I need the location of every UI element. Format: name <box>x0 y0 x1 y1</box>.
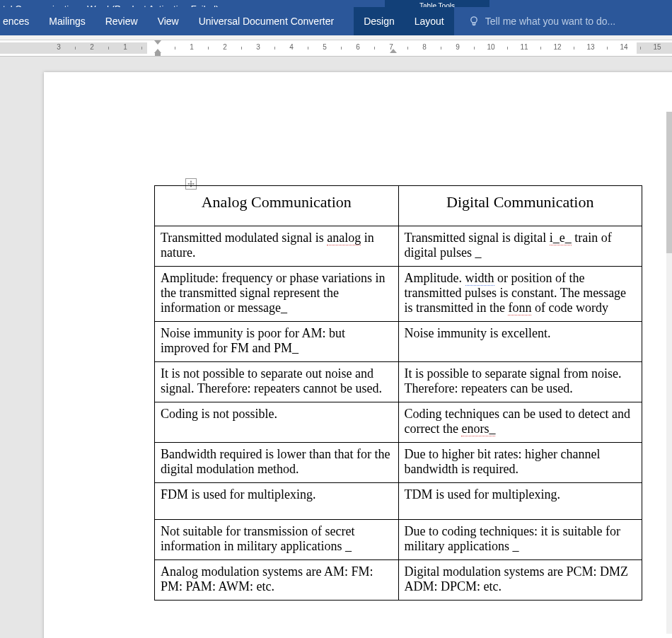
ruler-tick <box>640 47 641 50</box>
ruler-tick <box>441 47 441 50</box>
cell-digital[interactable]: It is possible to separate signal from n… <box>398 362 642 402</box>
ruler-tick <box>175 47 175 50</box>
contextual-tabs: Design Layout <box>354 7 454 35</box>
ruler-tick <box>474 47 475 50</box>
cell-text: Transmitted signal is digital <box>405 231 550 245</box>
tab-universal-document-converter[interactable]: Universal Document Converter <box>189 7 344 35</box>
document-surface[interactable]: Analog Communication Digital Communicati… <box>0 57 672 638</box>
ruler-num: 4 <box>289 43 294 51</box>
cell-digital[interactable]: Coding techniques can be used to detect … <box>398 402 642 443</box>
table-row: Bandwidth required is lower than that fo… <box>155 443 642 483</box>
ruler-num: 3 <box>256 43 260 51</box>
cell-analog[interactable]: Amplitude: frequency or phase variations… <box>155 267 399 322</box>
tab-mailings[interactable]: Mailings <box>39 7 95 35</box>
table-row: Noise immunity is poor for AM: but impro… <box>155 322 642 362</box>
cell-analog[interactable]: Bandwidth required is lower than that fo… <box>155 443 399 483</box>
ruler-num: 2 <box>90 43 94 51</box>
table-row: FDM is used for multiplexing. TDM is use… <box>155 483 642 520</box>
header-digital[interactable]: Digital Communication <box>398 186 642 226</box>
ruler-num: 12 <box>553 43 561 51</box>
ruler-num: 11 <box>520 43 528 51</box>
ruler-tick <box>75 47 76 50</box>
ruler-tick <box>407 47 408 50</box>
tab-table-layout[interactable]: Layout <box>405 7 454 35</box>
ruler-tick <box>274 47 275 50</box>
spellcheck-error: enors_ <box>461 422 495 436</box>
tab-review[interactable]: Review <box>95 7 148 35</box>
ruler-num: 6 <box>356 43 360 51</box>
contextual-tab-group: Table Tools <box>385 0 489 7</box>
title-bar: tal Communication - Word (Product Activa… <box>0 0 672 7</box>
cell-digital[interactable]: Due to higher bit rates: higher channel … <box>398 443 642 483</box>
cell-analog[interactable]: It is not possible to separate out noise… <box>155 362 399 402</box>
ribbon-tabs: ences Mailings Review View Universal Doc… <box>0 7 672 35</box>
header-analog[interactable]: Analog Communication <box>155 186 399 226</box>
svg-rect-1 <box>473 23 475 25</box>
cell-analog[interactable]: Not suitable for transmission of secret … <box>155 520 399 560</box>
cell-analog[interactable]: Transmitted modulated signal is analog i… <box>155 226 399 267</box>
ruler-num: 1 <box>123 43 127 51</box>
ruler-tick <box>507 47 508 50</box>
ruler-num: 14 <box>620 43 627 51</box>
cell-digital[interactable]: TDM is used for multiplexing. <box>398 483 642 520</box>
ruler-body-right-col <box>396 42 637 54</box>
hanging-indent-marker[interactable] <box>158 49 161 56</box>
word-window: tal Communication - Word (Product Activa… <box>0 0 672 638</box>
horizontal-ruler[interactable]: 3 2 1 1 2 3 4 5 6 7 8 9 10 11 12 13 14 1… <box>0 40 672 57</box>
ruler-num: 2 <box>223 43 227 51</box>
ruler-num: 3 <box>57 43 61 51</box>
ruler-tick <box>540 47 541 50</box>
cell-analog[interactable]: Coding is not possible. <box>155 402 399 443</box>
spellcheck-error: analog <box>327 231 361 245</box>
ruler-tick <box>208 47 209 50</box>
cell-text: Amplitude. <box>405 271 465 285</box>
tab-table-design[interactable]: Design <box>354 7 405 35</box>
comparison-table[interactable]: Analog Communication Digital Communicati… <box>154 185 642 601</box>
lightbulb-icon <box>468 16 480 27</box>
ruler-tick <box>374 47 375 50</box>
ruler-tick <box>574 47 574 50</box>
svg-point-0 <box>471 17 477 23</box>
table-row: Coding is not possible. Coding technique… <box>155 402 642 443</box>
cell-digital[interactable]: Transmitted signal is digital i_e_ train… <box>398 226 642 267</box>
ruler-tick <box>341 47 342 50</box>
ruler-num: 1 <box>190 43 194 51</box>
cell-digital[interactable]: Amplitude. width or position of the tran… <box>398 267 642 322</box>
cell-analog[interactable]: Noise immunity is poor for AM: but impro… <box>155 322 399 362</box>
cell-digital[interactable]: Due to coding techniques: it is suitable… <box>398 520 642 560</box>
spellcheck-error: i_e_ <box>550 231 572 245</box>
right-indent-marker[interactable] <box>393 49 397 53</box>
grammar-error: width <box>465 271 494 286</box>
cell-analog[interactable]: FDM is used for multiplexing. <box>155 483 399 520</box>
tab-references[interactable]: ences <box>0 7 39 35</box>
cell-text: Transmitted modulated signal is <box>161 231 327 245</box>
ruler-tick <box>108 47 109 50</box>
ruler-num: 15 <box>653 43 661 51</box>
ruler-tick <box>141 47 142 50</box>
page[interactable]: Analog Communication Digital Communicati… <box>44 72 672 638</box>
ruler-num: 13 <box>586 43 594 51</box>
cell-analog[interactable]: Analog modulation systems are AM: FM: PM… <box>155 560 399 601</box>
ruler-num: 5 <box>323 43 327 51</box>
first-line-indent-marker[interactable] <box>158 40 161 45</box>
ruler-num: 9 <box>456 43 460 51</box>
vertical-scrollbar[interactable] <box>665 112 672 634</box>
cell-digital[interactable]: Noise immunity is excellent. <box>398 322 642 362</box>
cell-digital[interactable]: Digital modulation systems are PCM: DMZ … <box>398 560 642 601</box>
scrollbar-thumb[interactable] <box>666 112 672 253</box>
table-row: It is not possible to separate out noise… <box>155 362 642 402</box>
ruler-tick <box>607 47 608 50</box>
table-row: Not suitable for transmission of secret … <box>155 520 642 560</box>
cell-text: Coding techniques can be used to detect … <box>405 407 630 436</box>
tell-me-search[interactable]: Tell me what you want to do... <box>468 7 615 35</box>
spellcheck-error: fonn <box>508 301 531 315</box>
cell-text: of code wordy <box>531 301 608 315</box>
ribbon-divider <box>0 35 672 40</box>
ruler-num: 8 <box>422 43 427 51</box>
tell-me-placeholder: Tell me what you want to do... <box>485 16 615 27</box>
table-row: Analog modulation systems are AM: FM: PM… <box>155 560 642 601</box>
ruler-num: 10 <box>487 43 494 51</box>
ruler-tick <box>241 47 242 50</box>
ruler-tick <box>308 47 308 50</box>
tab-view[interactable]: View <box>148 7 189 35</box>
